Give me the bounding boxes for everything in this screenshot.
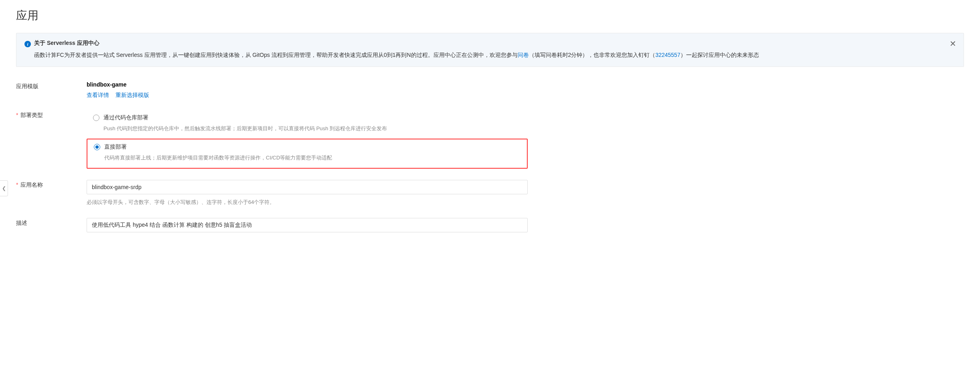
banner-title: 关于 Serverless 应用中心 [34, 40, 940, 47]
survey-link[interactable]: 问卷 [518, 52, 529, 58]
banner-text-2: （填写问卷耗时2分钟），也非常欢迎您加入钉钉（ [529, 52, 656, 58]
close-banner-button[interactable]: ✕ [948, 38, 958, 49]
template-label: 应用模版 [16, 81, 87, 90]
banner-body: 函数计算FC为开发者提供一站式 Serverless 应用管理，从一键创建应用到… [34, 50, 940, 60]
info-banner: i 关于 Serverless 应用中心 函数计算FC为开发者提供一站式 Ser… [16, 33, 964, 67]
page-title: 应用 [16, 8, 964, 23]
description-label: 描述 [16, 218, 87, 227]
radio-icon [93, 115, 99, 121]
deploy-option-direct[interactable]: 直接部署 代码将直接部署上线；后期更新维护项目需要对函数等资源进行操作，CI/C… [87, 139, 528, 169]
reselect-template-link[interactable]: 重新选择模版 [115, 92, 149, 99]
template-name: blindbox-game [87, 81, 528, 88]
deploy-type-label: *部署类型 [16, 110, 87, 119]
banner-text-1: 函数计算FC为开发者提供一站式 Serverless 应用管理，从一键创建应用到… [34, 52, 518, 58]
deploy-option-repo-desc: Push 代码到您指定的代码仓库中，然后触发流水线部署；后期更新项目时，可以直接… [103, 125, 521, 133]
radio-icon [94, 144, 100, 150]
banner-text-3: ）一起探讨应用中心的未来形态 [680, 52, 759, 58]
deploy-option-repo[interactable]: 通过代码仓库部署 Push 代码到您指定的代码仓库中，然后触发流水线部署；后期更… [87, 110, 528, 139]
app-name-input[interactable] [87, 180, 528, 194]
deploy-type-radio-group: 通过代码仓库部署 Push 代码到您指定的代码仓库中，然后触发流水线部署；后期更… [87, 110, 528, 169]
deploy-option-repo-label: 通过代码仓库部署 [103, 114, 148, 121]
app-name-hint: 必须以字母开头，可含数字、字母（大小写敏感）、连字符，长度小于64个字符。 [87, 198, 528, 207]
deploy-option-direct-desc: 代码将直接部署上线；后期更新维护项目需要对函数等资源进行操作，CI/CD等能力需… [104, 154, 520, 162]
sidebar-collapse-toggle[interactable]: ❮ [0, 180, 8, 196]
view-details-link[interactable]: 查看详情 [87, 92, 109, 99]
info-icon: i [24, 41, 31, 47]
app-name-label: *应用名称 [16, 180, 87, 189]
dingtalk-link[interactable]: 32245557 [655, 52, 680, 58]
description-input[interactable] [87, 218, 528, 232]
deploy-option-direct-label: 直接部署 [104, 143, 127, 151]
